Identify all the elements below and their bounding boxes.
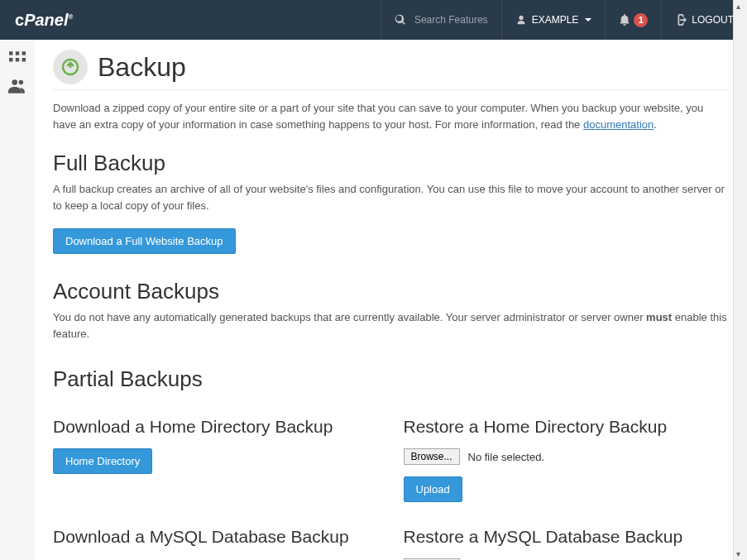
restore-home-col: Restore a Home Directory Backup Browse..… [404,417,730,502]
home-directory-button[interactable]: Home Directory [53,448,152,474]
home-directory-row: Download a Home Directory Backup Home Di… [53,417,729,502]
main-content: Backup Download a zipped copy of your en… [35,40,747,560]
file-row-home: Browse... No file selected. [404,448,730,465]
full-backup-section: Full Backup A full backup creates an arc… [53,151,729,254]
account-backups-text: You do not have any automatically genera… [53,309,729,342]
account-backups-section: Account Backups You do not have any auto… [53,279,729,342]
page-title: Backup [98,52,186,83]
upload-button-home[interactable]: Upload [404,476,462,502]
download-full-backup-button[interactable]: Download a Full Website Backup [53,228,236,254]
svg-rect-1 [16,51,19,55]
svg-rect-3 [9,58,12,61]
download-mysql-col: Download a MySQL Database Backup Databas… [53,527,379,560]
sidebar-users-icon[interactable] [7,78,28,94]
partial-backups-section: Partial Backups [53,366,729,392]
notification-badge: 1 [634,13,648,27]
logout-label: LOGOUT [692,14,734,26]
caret-down-icon [585,18,591,22]
user-menu[interactable]: EXAMPLE [501,0,606,40]
backup-icon [53,50,88,84]
scrollbar[interactable] [733,0,747,560]
page-description: Download a zipped copy of your entire si… [53,100,729,132]
svg-rect-4 [16,58,19,61]
page-header: Backup [53,50,729,90]
restore-mysql-col: Restore a MySQL Database Backup Browse..… [404,527,730,560]
search-icon [395,14,406,26]
search-placeholder: Search Features [414,14,488,26]
topbar: cPanel® Search Features EXAMPLE 1 LOGOUT [0,0,747,40]
restore-mysql-heading: Restore a MySQL Database Backup [404,527,730,547]
download-home-heading: Download a Home Directory Backup [53,417,379,437]
download-home-col: Download a Home Directory Backup Home Di… [53,417,379,502]
browse-button-home[interactable]: Browse... [404,448,460,465]
mysql-row: Download a MySQL Database Backup Databas… [53,527,729,560]
user-label: EXAMPLE [532,14,579,26]
file-status-home: No file selected. [468,451,545,463]
svg-point-6 [12,79,17,85]
documentation-link[interactable]: documentation [583,118,654,131]
search-features[interactable]: Search Features [381,0,501,40]
restore-home-heading: Restore a Home Directory Backup [404,417,730,437]
sidebar-apps-icon[interactable] [7,50,28,66]
full-backup-text: A full backup creates an archive of all … [53,181,729,213]
partial-backups-heading: Partial Backups [53,366,729,392]
bell-icon [619,14,630,26]
user-icon [515,14,527,26]
logo[interactable]: cPanel® [0,11,88,30]
svg-rect-2 [22,51,26,55]
full-backup-heading: Full Backup [53,151,729,176]
notifications[interactable]: 1 [605,0,661,40]
download-mysql-heading: Download a MySQL Database Backup [53,527,379,547]
logout-icon [675,14,687,26]
sidebar [0,40,35,560]
account-backups-heading: Account Backups [53,279,729,304]
svg-point-7 [19,80,24,85]
svg-rect-5 [22,58,26,61]
svg-rect-0 [9,51,12,55]
